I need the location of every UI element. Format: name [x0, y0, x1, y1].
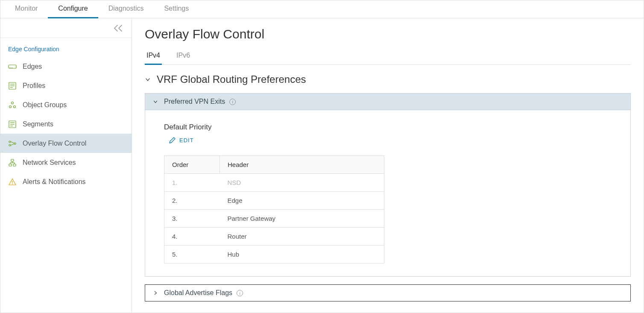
- svg-point-8: [12, 102, 14, 104]
- top-tab-diagnostics[interactable]: Diagnostics: [98, 0, 154, 18]
- preferred-vpn-exits-panel: Preferred VPN Exits i Default Priority E…: [145, 93, 631, 277]
- sidebar-item-label: Object Groups: [23, 101, 67, 109]
- preferred-vpn-exits-header[interactable]: Preferred VPN Exits i: [145, 94, 630, 110]
- svg-line-19: [11, 144, 14, 145]
- sidebar: Edge Configuration Edges Profiles Object…: [0, 18, 132, 313]
- top-tabs: Monitor Configure Diagnostics Settings: [0, 0, 644, 18]
- sub-tabs: IPv4 IPv6: [145, 48, 631, 65]
- svg-rect-22: [13, 164, 16, 166]
- cell-order: 5.: [164, 246, 220, 263]
- edges-icon: [8, 62, 17, 71]
- svg-point-9: [9, 105, 12, 108]
- sidebar-item-alerts[interactable]: Alerts & Notifications: [0, 172, 132, 191]
- edit-label: EDIT: [179, 137, 194, 143]
- chevron-down-icon: [145, 76, 152, 82]
- cell-order: 4.: [164, 228, 220, 246]
- sidebar-item-object-groups[interactable]: Object Groups: [0, 95, 132, 114]
- overlay-flow-icon: [8, 139, 17, 148]
- svg-rect-21: [9, 164, 12, 166]
- sidebar-item-network-services[interactable]: Network Services: [0, 153, 132, 172]
- preferred-vpn-exits-title: Preferred VPN Exits: [164, 98, 225, 105]
- vrf-section-title: VRF Global Routing Preferences: [157, 73, 306, 85]
- cell-header: Edge: [220, 192, 384, 210]
- svg-rect-20: [11, 159, 14, 161]
- col-header: Header: [220, 156, 384, 174]
- sidebar-collapse-bar: [0, 18, 132, 38]
- svg-point-15: [9, 141, 11, 143]
- top-tab-monitor[interactable]: Monitor: [5, 0, 48, 18]
- table-row: 5. Hub: [164, 246, 384, 263]
- sidebar-item-overlay-flow-control[interactable]: Overlay Flow Control: [0, 134, 132, 153]
- sub-tab-ipv4[interactable]: IPv4: [145, 48, 162, 65]
- profiles-icon: [8, 82, 17, 90]
- cell-header: NSD: [220, 174, 384, 192]
- svg-point-10: [14, 105, 16, 108]
- sidebar-item-segments[interactable]: Segments: [0, 114, 132, 134]
- sidebar-item-label: Segments: [23, 120, 53, 128]
- table-row: 1. NSD: [164, 174, 384, 192]
- global-advertise-flags-panel: Global Advertise Flags i: [145, 284, 631, 301]
- table-row: 2. Edge: [164, 192, 384, 210]
- chevron-down-icon: [153, 99, 160, 104]
- sidebar-section-title: Edge Configuration: [0, 38, 132, 57]
- svg-point-29: [12, 184, 13, 184]
- svg-point-16: [9, 144, 11, 146]
- global-advertise-flags-title: Global Advertise Flags: [164, 289, 232, 297]
- cell-header: Partner Gateway: [220, 210, 384, 228]
- info-icon[interactable]: i: [237, 290, 243, 296]
- col-order: Order: [164, 156, 220, 174]
- sidebar-collapse-icon[interactable]: [114, 24, 123, 32]
- network-services-icon: [8, 158, 17, 167]
- table-row: 4. Router: [164, 228, 384, 246]
- svg-line-18: [11, 142, 14, 143]
- cell-order: 1.: [164, 174, 220, 192]
- cell-order: 3.: [164, 210, 220, 228]
- table-row: 3. Partner Gateway: [164, 210, 384, 228]
- cell-order: 2.: [164, 192, 220, 210]
- svg-point-17: [14, 143, 16, 144]
- sidebar-item-edges[interactable]: Edges: [0, 57, 132, 76]
- default-priority-label: Default Priority: [164, 123, 612, 132]
- sidebar-item-label: Alerts & Notifications: [23, 178, 86, 186]
- cell-header: Router: [220, 228, 384, 246]
- sidebar-item-label: Overlay Flow Control: [23, 140, 86, 147]
- sub-tab-ipv6[interactable]: IPv6: [175, 48, 192, 65]
- sidebar-item-label: Network Services: [23, 159, 76, 167]
- sidebar-item-profiles[interactable]: Profiles: [0, 76, 132, 95]
- alerts-icon: [8, 178, 17, 186]
- info-icon[interactable]: i: [229, 99, 236, 105]
- edit-button[interactable]: EDIT: [169, 137, 194, 143]
- top-tab-configure[interactable]: Configure: [48, 0, 98, 18]
- chevron-right-icon: [153, 290, 160, 295]
- segments-icon: [8, 120, 17, 129]
- page-title: Overlay Flow Control: [145, 27, 631, 41]
- global-advertise-flags-header[interactable]: Global Advertise Flags i: [145, 285, 630, 301]
- pencil-icon: [169, 137, 176, 143]
- object-groups-icon: [8, 101, 17, 109]
- sidebar-item-label: Profiles: [23, 82, 45, 90]
- top-tab-settings[interactable]: Settings: [154, 0, 199, 18]
- sidebar-item-label: Edges: [23, 63, 42, 70]
- main-content: Overlay Flow Control IPv4 IPv6 VRF Globa…: [132, 18, 644, 313]
- vrf-section-header[interactable]: VRF Global Routing Preferences: [145, 73, 631, 85]
- priority-table: Order Header 1. NSD 2. Edge: [164, 155, 384, 263]
- cell-header: Hub: [220, 246, 384, 263]
